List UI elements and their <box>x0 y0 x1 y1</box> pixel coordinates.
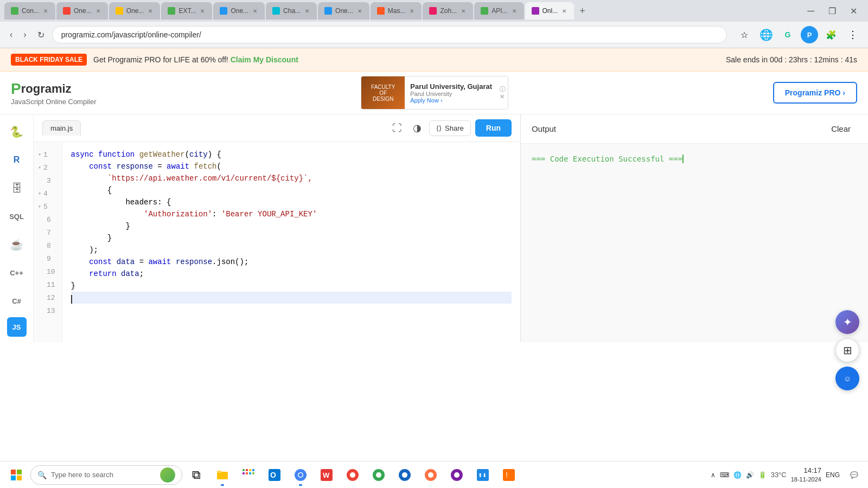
taskbar-app-extra1[interactable] <box>419 463 443 487</box>
tab-7[interactable]: One... ✕ <box>318 2 369 20</box>
maximize-button[interactable]: ❐ <box>822 4 843 18</box>
taskbar-chrome-red[interactable] <box>341 463 365 487</box>
promo-timer: Sale ends in 00d : 23hrs : 12mins : 41s <box>726 55 857 64</box>
ad-close-icon[interactable]: ✕ <box>500 93 506 100</box>
tab-7-close[interactable]: ✕ <box>356 7 363 15</box>
line-num-2: ▾2 <box>34 162 62 175</box>
temp-display: 33°C <box>771 471 787 479</box>
share-button[interactable]: ⟨⟩ Share <box>429 120 471 136</box>
sidebar-icon-java[interactable]: ☕ <box>5 233 29 256</box>
new-tab-button[interactable]: + <box>575 5 590 17</box>
output-content: === Code Execution Successful === <box>521 144 868 342</box>
tab-10-close[interactable]: ✕ <box>511 7 518 15</box>
tab-4[interactable]: EXT... ✕ <box>161 2 212 20</box>
sidebar-icon-sql[interactable]: SQL <box>5 204 29 228</box>
refresh-button[interactable]: ↻ <box>34 27 48 43</box>
code-editor[interactable]: ▾1 ▾2 3 ▾4 ▾5 6 7 8 9 10 11 12 13 async … <box>34 142 520 342</box>
ai-assistant-button[interactable]: ✦ <box>835 310 859 334</box>
taskbar-chrome[interactable] <box>289 463 312 487</box>
svg-point-30 <box>454 472 459 478</box>
volume-icon[interactable]: 🔊 <box>746 471 754 479</box>
taskbar-chrome-blue2[interactable] <box>393 463 417 487</box>
forward-button[interactable]: › <box>20 27 29 43</box>
tab-10[interactable]: API... ✕ <box>474 2 524 20</box>
up-arrow-icon[interactable]: ∧ <box>711 471 716 479</box>
profile-button[interactable]: P <box>801 26 818 43</box>
tab-6-close[interactable]: ✕ <box>304 7 310 15</box>
run-button[interactable]: Run <box>475 119 512 137</box>
taskbar-file-explorer[interactable] <box>210 463 234 487</box>
tab-9-close[interactable]: ✕ <box>460 7 467 15</box>
tab-11-close[interactable]: ✕ <box>561 7 567 15</box>
extra1-icon <box>425 469 437 481</box>
notification-button[interactable]: 💬 <box>844 465 864 485</box>
tab-8-close[interactable]: ✕ <box>409 7 415 15</box>
sidebar-icon-cpp[interactable]: C++ <box>5 261 29 285</box>
tab-10-label: API... <box>492 7 507 15</box>
wps-icon: W <box>321 469 333 481</box>
apps-grid-button[interactable]: ⊞ <box>835 338 859 362</box>
taskbar-search[interactable]: 🔍 Type here to search <box>30 465 182 485</box>
taskbar-antivirus[interactable]: ! <box>497 463 521 487</box>
back-button[interactable]: ‹ <box>7 27 16 43</box>
taskbar-wps[interactable]: W <box>315 463 339 487</box>
taskbar-app-extra2[interactable] <box>445 463 469 487</box>
tab-2-close[interactable]: ✕ <box>95 7 101 15</box>
svg-rect-3 <box>17 476 22 480</box>
taskbar-apps-grid[interactable] <box>237 463 260 487</box>
extensions-button[interactable]: 🧩 <box>822 26 840 43</box>
profile-globe-button[interactable]: 🌐 <box>757 26 775 43</box>
logo-text: rogramiz <box>21 82 72 96</box>
tab-2[interactable]: One... ✕ <box>56 2 108 20</box>
start-button[interactable] <box>4 463 28 487</box>
minimize-button[interactable]: ─ <box>801 3 821 19</box>
sidebar-icon-csharp[interactable]: C# <box>5 289 29 313</box>
taskbar-outlook[interactable]: O <box>263 463 286 487</box>
taskbar-task-view[interactable]: ⧉ <box>184 463 208 487</box>
file-tab[interactable]: main.js <box>42 120 81 136</box>
code-line-7: } <box>71 220 512 232</box>
code-content[interactable]: async function getWeather(city) { const … <box>62 142 520 342</box>
bookmark-button[interactable]: ☆ <box>736 26 753 43</box>
tab-6[interactable]: Cha... ✕ <box>266 2 317 20</box>
taskbar-search-icon: 🔍 <box>37 471 47 479</box>
code-line-13 <box>71 292 512 304</box>
tab-3[interactable]: One... ✕ <box>109 2 161 20</box>
battery-icon[interactable]: 🔋 <box>758 471 767 479</box>
sidebar-icon-database[interactable]: 🗄 <box>5 176 29 200</box>
code-line-11: return data; <box>71 268 512 280</box>
tab-2-label: One... <box>74 7 92 15</box>
fullscreen-button[interactable]: ⛶ <box>389 119 405 137</box>
tab-5-close[interactable]: ✕ <box>252 7 258 15</box>
address-bar[interactable] <box>52 26 727 43</box>
tab-4-close[interactable]: ✕ <box>199 7 206 15</box>
user-profile-button[interactable]: ☺ <box>835 367 859 390</box>
taskbar-chrome-green[interactable] <box>367 463 391 487</box>
ad-image: FACULTYOFDESIGN <box>361 76 405 109</box>
tab-3-close[interactable]: ✕ <box>147 7 154 15</box>
taskbar-network-speed[interactable]: ⬆⬇ <box>471 463 495 487</box>
tab-1[interactable]: Con... ✕ <box>4 2 55 20</box>
svg-point-24 <box>376 472 381 478</box>
sidebar-icon-python[interactable]: 🐍 <box>5 120 29 144</box>
ad-apply-link[interactable]: Apply Now › <box>410 97 492 104</box>
ad-info-icon[interactable]: ⓘ <box>500 85 506 93</box>
clear-button[interactable]: Clear <box>825 121 857 137</box>
tab-11[interactable]: Onl... ✕ <box>525 2 575 20</box>
claim-discount-link[interactable]: Claim My Discount <box>231 55 298 64</box>
line-num-13: 13 <box>34 305 62 318</box>
network-icon[interactable]: 🌐 <box>733 471 742 479</box>
close-button[interactable]: ✕ <box>844 4 864 18</box>
grammarly-button[interactable]: G <box>779 26 796 43</box>
tab-5[interactable]: One... ✕ <box>213 2 265 20</box>
tab-9[interactable]: Zoh... ✕ <box>423 2 473 20</box>
tab-1-close[interactable]: ✕ <box>42 7 49 15</box>
programiz-pro-button[interactable]: Programiz PRO › <box>773 82 857 104</box>
tab-8[interactable]: Mas... ✕ <box>371 2 422 20</box>
svg-point-22 <box>350 472 355 478</box>
menu-button[interactable]: ⋮ <box>844 26 861 43</box>
logo-area: P rogramiz JavaScript Online Compiler <box>11 80 97 106</box>
sidebar-icon-r[interactable]: R <box>5 148 29 172</box>
theme-button[interactable]: ◑ <box>410 119 425 137</box>
sidebar-icon-javascript[interactable]: JS <box>7 317 27 337</box>
